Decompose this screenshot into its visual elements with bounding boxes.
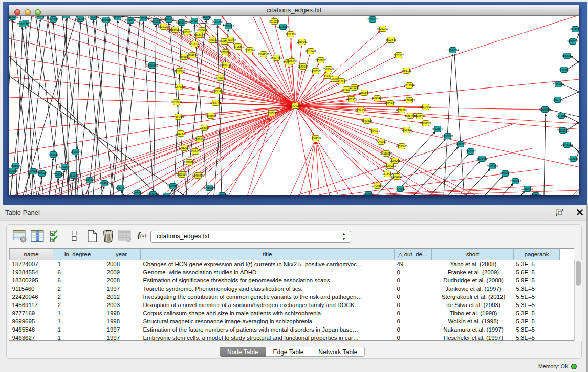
- svg-text:82889093: 82889093: [169, 28, 181, 31]
- svg-text:28831436: 28831436: [212, 90, 224, 93]
- svg-text:51402614: 51402614: [59, 165, 70, 168]
- svg-text:12218506: 12218506: [277, 25, 289, 28]
- svg-text:86111489: 86111489: [305, 50, 316, 53]
- svg-text:4743957: 4743957: [559, 68, 569, 71]
- svg-text:07529170: 07529170: [138, 17, 149, 20]
- svg-text:3448347: 3448347: [84, 179, 95, 182]
- svg-text:3268656: 3268656: [11, 164, 21, 167]
- svg-text:8058887: 8058887: [466, 150, 476, 153]
- svg-text:4504000: 4504000: [99, 182, 110, 185]
- svg-text:83726167: 83726167: [510, 180, 521, 183]
- svg-text:26114913: 26114913: [420, 105, 431, 108]
- svg-text:82254282: 82254282: [384, 164, 396, 167]
- svg-text:7409319: 7409319: [207, 38, 217, 41]
- svg-text:4655721: 4655721: [401, 69, 411, 72]
- svg-text:4104234: 4104234: [187, 54, 198, 57]
- svg-text:44634786: 44634786: [172, 115, 184, 118]
- svg-text:0018263: 0018263: [568, 157, 578, 160]
- svg-text:3215958: 3215958: [540, 108, 550, 111]
- svg-text:4333776: 4333776: [189, 42, 200, 46]
- svg-text:82828807: 82828807: [442, 135, 453, 138]
- svg-text:57249208: 57249208: [158, 25, 169, 28]
- svg-text:49306668: 49306668: [205, 114, 216, 117]
- svg-text:4126906: 4126906: [363, 193, 374, 195]
- svg-text:9482199: 9482199: [35, 16, 46, 18]
- svg-text:0239042: 0239042: [297, 40, 307, 43]
- svg-text:13613412: 13613412: [521, 187, 533, 190]
- svg-text:09260309: 09260309: [377, 27, 388, 30]
- svg-text:54437323: 54437323: [414, 115, 425, 118]
- svg-text:7576283: 7576283: [194, 138, 205, 141]
- svg-text:0831240: 0831240: [68, 174, 78, 177]
- svg-text:57491186: 57491186: [88, 16, 99, 18]
- svg-text:6772326: 6772326: [397, 108, 407, 112]
- svg-text:9022279: 9022279: [455, 143, 466, 146]
- svg-text:8813054: 8813054: [269, 20, 279, 23]
- svg-text:2685995: 2685995: [201, 16, 211, 18]
- svg-text:6236107: 6236107: [356, 108, 366, 112]
- svg-text:08227654: 08227654: [171, 101, 182, 104]
- svg-text:6439008: 6439008: [287, 60, 297, 63]
- svg-text:3079244: 3079244: [189, 19, 200, 23]
- svg-text:8737167: 8737167: [116, 186, 126, 189]
- svg-text:5181909: 5181909: [48, 18, 58, 21]
- svg-text:24273167: 24273167: [530, 194, 541, 195]
- svg-text:20053346: 20053346: [146, 64, 158, 67]
- svg-text:02014620: 02014620: [147, 193, 159, 195]
- svg-text:71049746: 71049746: [125, 19, 136, 22]
- svg-text:1419314: 1419314: [71, 150, 81, 154]
- svg-text:61760313: 61760313: [223, 25, 234, 28]
- svg-text:85356068: 85356068: [174, 70, 185, 73]
- svg-text:2281718: 2281718: [286, 33, 296, 36]
- svg-text:5276018: 5276018: [101, 18, 111, 21]
- svg-text:55979711: 55979711: [112, 16, 123, 19]
- svg-text:5873557: 5873557: [349, 86, 359, 89]
- svg-text:09139099: 09139099: [9, 16, 18, 18]
- svg-text:30435205: 30435205: [204, 186, 215, 189]
- svg-text:5515058: 5515058: [9, 169, 17, 172]
- svg-text:21590109: 21590109: [17, 23, 28, 26]
- svg-text:1067924: 1067924: [174, 85, 184, 89]
- svg-text:6338750: 6338750: [562, 54, 572, 57]
- svg-text:48620579: 48620579: [432, 127, 443, 130]
- svg-text:6849340: 6849340: [162, 194, 172, 195]
- svg-text:6450749: 6450749: [210, 101, 221, 104]
- svg-text:7990751: 7990751: [553, 98, 563, 101]
- svg-text:22470455: 22470455: [167, 185, 179, 188]
- svg-text:6360607: 6360607: [359, 91, 369, 94]
- svg-text:1311440: 1311440: [37, 172, 47, 175]
- svg-text:76122202: 76122202: [557, 129, 569, 132]
- svg-text:1415618: 1415618: [336, 80, 346, 83]
- svg-text:74537838: 74537838: [315, 59, 326, 62]
- svg-text:7058649: 7058649: [53, 173, 63, 176]
- svg-text:65632122: 65632122: [176, 21, 187, 24]
- svg-text:5575918: 5575918: [385, 102, 395, 105]
- svg-text:8907866: 8907866: [212, 20, 223, 24]
- svg-text:0431955: 0431955: [346, 98, 357, 101]
- svg-text:19384554: 19384554: [310, 137, 321, 140]
- svg-text:30552034: 30552034: [179, 146, 190, 149]
- svg-text:51313735: 51313735: [553, 83, 564, 86]
- svg-text:2687682: 2687682: [367, 18, 378, 21]
- svg-text:72720429: 72720429: [404, 99, 415, 102]
- svg-text:18724007: 18724007: [290, 104, 301, 107]
- svg-text:77718341: 77718341: [232, 45, 244, 48]
- svg-text:4431982: 4431982: [395, 187, 405, 190]
- svg-text:14365370: 14365370: [310, 70, 321, 73]
- svg-text:1258153: 1258153: [199, 126, 209, 129]
- svg-text:59045440: 59045440: [372, 97, 383, 100]
- svg-text:65630481: 65630481: [323, 68, 334, 71]
- svg-text:8033401: 8033401: [477, 157, 487, 160]
- svg-text:0837407: 0837407: [197, 29, 207, 32]
- svg-text:8414852: 8414852: [570, 28, 579, 31]
- svg-text:7375043: 7375043: [369, 129, 380, 133]
- svg-text:07413748: 07413748: [225, 38, 236, 41]
- svg-text:60536630: 60536630: [396, 145, 407, 148]
- svg-text:01687731: 01687731: [220, 63, 231, 67]
- svg-text:7865797: 7865797: [61, 16, 71, 17]
- svg-text:0640037: 0640037: [298, 65, 308, 68]
- svg-text:0317764: 0317764: [404, 84, 415, 87]
- svg-text:04718746: 04718746: [220, 51, 231, 54]
- svg-text:0025167: 0025167: [182, 31, 192, 34]
- svg-text:9305652: 9305652: [190, 150, 201, 153]
